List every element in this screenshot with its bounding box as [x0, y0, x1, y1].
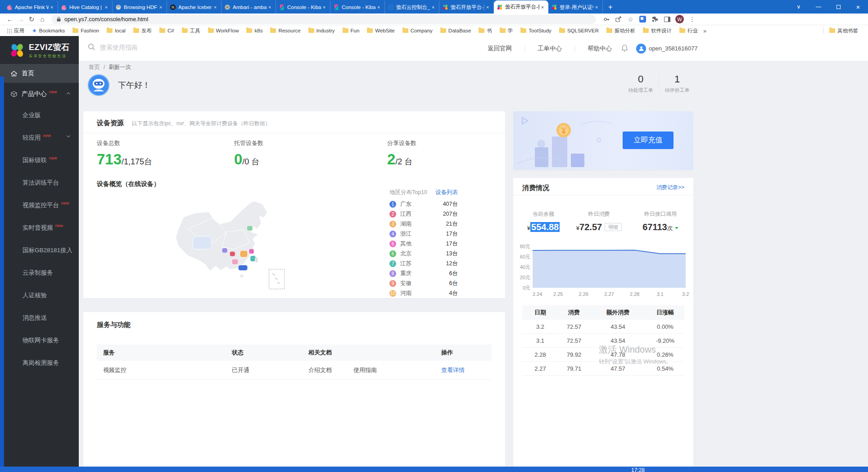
reload-icon[interactable]: ↻ [26, 15, 37, 23]
other-bookmarks[interactable]: 其他书签 [827, 27, 860, 35]
sidebar-item[interactable]: 人证核验 [0, 284, 79, 307]
bookmark-item[interactable]: Resource [268, 27, 303, 34]
consumption-records-link[interactable]: 消费记录>> [656, 184, 684, 191]
browser-tab[interactable]: 萤石开放平台-接× [494, 0, 548, 14]
sidebar-item[interactable]: 物联网卡服务 [0, 329, 79, 352]
topbar-link[interactable]: 工单中心 [525, 45, 574, 53]
back-icon[interactable]: ← [5, 15, 15, 23]
browser-tab[interactable]: Ambari - amba× [222, 1, 276, 14]
sidebar-item[interactable]: 轻应用new [0, 127, 79, 149]
sidebar-item-product-center[interactable]: 产品中心 new [0, 84, 79, 104]
detail-tag[interactable]: 明细 [605, 223, 622, 231]
view-details-link[interactable]: 查看详情 [441, 366, 465, 374]
bookmark-item[interactable]: Fun [340, 27, 362, 34]
bookmark-item[interactable]: Industry [306, 27, 337, 34]
bookmark-item[interactable]: local [104, 27, 128, 34]
bookmark-item[interactable]: 工具 [180, 27, 203, 35]
bookmark-item[interactable]: WorkFlow [206, 27, 241, 34]
address-bar[interactable]: open.ys7.com/console/home.html [51, 15, 596, 24]
key-icon[interactable] [602, 15, 610, 23]
tab-close-icon[interactable]: × [321, 5, 327, 10]
recharge-button[interactable]: 立即充值 [623, 132, 674, 149]
bookmark-item[interactable]: Fashion [70, 27, 101, 34]
minimize-icon[interactable]: — [809, 0, 828, 14]
sidebar-item[interactable]: 消息推送 [0, 307, 79, 329]
breadcrumb-root[interactable]: 首页 [89, 64, 100, 71]
bookmark-item[interactable]: 书 [476, 27, 494, 35]
sidebar-item[interactable]: 实时音视频new [0, 217, 79, 239]
sidebar-item[interactable]: 国标级联new [0, 149, 79, 172]
extensions-puzzle-icon[interactable] [651, 15, 659, 23]
tab-close-icon[interactable]: × [375, 5, 382, 10]
tab-close-icon[interactable]: × [539, 5, 546, 10]
new-tab-button[interactable]: + [603, 1, 618, 14]
spend-area-chart[interactable]: 0元20元40元60元80元2.242.252.262.272.283.13.2 [513, 241, 693, 299]
sidebar-item[interactable]: 算法训练平台 [0, 172, 79, 194]
bookmark-item[interactable]: 行业 [677, 27, 700, 35]
device-list-link[interactable]: 设备列表 [435, 189, 458, 196]
bookmark-item[interactable]: Company [400, 27, 435, 34]
browser-tab[interactable]: Browsing HDFS× [113, 1, 167, 14]
home-icon[interactable]: ⌂ [37, 15, 48, 23]
browser-tab[interactable]: 萤石云控制台_E× [385, 1, 439, 14]
robot-avatar [88, 74, 109, 96]
tab-close-icon[interactable]: × [267, 5, 273, 10]
ezviz-logo[interactable]: EZVIZ萤石 乐享安全智能生活 [0, 36, 79, 64]
menu-dots-icon[interactable]: ⋮ [688, 15, 696, 23]
tab-search-icon[interactable]: ∨ [789, 0, 809, 14]
bookmark-item[interactable]: SQLSERVER [557, 27, 601, 34]
tab-close-icon[interactable]: × [212, 5, 218, 10]
bookmark-star-icon[interactable]: ☆ [627, 15, 634, 23]
bookmark-item[interactable]: ToolStudy [518, 27, 554, 34]
topbar-link[interactable]: 帮助中心 [575, 45, 624, 53]
search-input[interactable] [100, 44, 289, 51]
browser-tab[interactable]: Console - Kiba× [276, 1, 330, 14]
forward-icon[interactable]: → [15, 15, 26, 23]
close-icon[interactable]: × [848, 0, 868, 14]
topbar-link[interactable]: 返回官网 [475, 45, 524, 53]
caret-down-icon[interactable] [675, 227, 678, 229]
browser-tab[interactable]: Apache Flink W× [4, 1, 58, 14]
side-panel-icon[interactable] [663, 15, 671, 23]
sidebar-item-home[interactable]: 首页 [0, 64, 79, 83]
bookmark-item[interactable]: k8s [244, 27, 265, 34]
apps-shortcut[interactable]: 应用 [5, 27, 27, 35]
service-doc-link[interactable]: 介绍文档 [308, 366, 332, 374]
tab-close-icon[interactable]: × [593, 5, 600, 10]
sidebar-item[interactable]: 离岗检测服务 [0, 352, 79, 374]
sidebar-item[interactable]: 云录制服务 [0, 262, 79, 284]
bookmark-item[interactable]: WebSite [365, 27, 397, 34]
tab-close-icon[interactable]: × [103, 5, 109, 10]
bookmark-item[interactable]: 软件设计 [641, 27, 674, 35]
browser-profile-avatar[interactable]: W [675, 15, 684, 23]
browser-tab[interactable]: 登录-用户认证中× [548, 1, 603, 14]
bell-icon[interactable] [621, 44, 628, 53]
sidebar-item[interactable]: 视频监控平台new [0, 194, 79, 217]
tab-close-icon[interactable]: × [430, 5, 436, 10]
tab-close-icon[interactable]: × [158, 5, 164, 10]
maximize-icon[interactable] [828, 0, 848, 14]
browser-tab[interactable]: Hive Catalog |× [58, 1, 113, 14]
china-map-chart[interactable] [155, 191, 297, 294]
sidebar-item[interactable]: 企业版 [0, 104, 79, 127]
ticket-stat[interactable]: 0待处理工单 [624, 73, 658, 94]
topbar-user[interactable]: open_3581616077 [621, 36, 697, 61]
bookmark-item[interactable]: 振动分析 [604, 27, 637, 35]
bookmark-item[interactable]: 学 [497, 27, 515, 35]
username[interactable]: open_3581616077 [649, 45, 697, 52]
sidebar-item[interactable]: 国标GB28181接入 [0, 239, 79, 262]
bookmark-item[interactable]: 发布 [131, 27, 154, 35]
tab-close-icon[interactable]: × [484, 5, 491, 10]
bookmarks-shortcut[interactable]: ★Bookmarks [30, 27, 67, 35]
bookmark-item[interactable]: C# [157, 27, 176, 34]
service-guide-link[interactable]: 使用指南 [353, 366, 377, 374]
bookmark-item[interactable]: DataBase [438, 27, 474, 34]
tab-close-icon[interactable]: × [49, 5, 55, 10]
browser-tab[interactable]: 萤石开放平台-开× [439, 1, 494, 14]
browser-tab[interactable]: Console - Kiba× [330, 1, 385, 14]
translate-icon[interactable] [639, 15, 646, 23]
bookmarks-overflow-icon[interactable]: » [703, 27, 706, 34]
ticket-stat[interactable]: 1待评价工单 [660, 73, 694, 94]
share-icon[interactable] [615, 15, 622, 23]
browser-tab[interactable]: NApache Iceber× [167, 1, 222, 14]
